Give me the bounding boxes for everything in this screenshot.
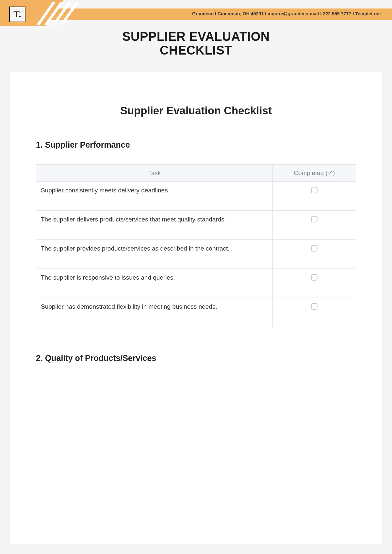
- main-title-line1: SUPPLIER EVALUATION: [122, 30, 270, 43]
- header-slash-icons: [42, 3, 74, 24]
- checkbox-cell: [273, 269, 356, 298]
- document-title: Supplier Evaluation Checklist: [36, 105, 356, 117]
- slash-icon: [66, 3, 74, 24]
- task-cell: Supplier consistently meets delivery dea…: [36, 182, 273, 211]
- checkbox-cell: [273, 240, 356, 269]
- table-row: The supplier provides products/services …: [36, 240, 356, 269]
- task-cell: The supplier provides products/services …: [36, 240, 273, 269]
- checkbox-icon[interactable]: [311, 274, 318, 281]
- task-cell: The supplier delivers products/services …: [36, 211, 273, 240]
- checkbox-cell: [273, 182, 356, 211]
- page-main-title: SUPPLIER EVALUATION CHECKLIST: [0, 30, 392, 57]
- section-heading-quality: 2. Quality of Products/Services: [36, 353, 356, 363]
- table-row: The supplier delivers products/services …: [36, 211, 356, 240]
- column-header-task: Task: [36, 165, 273, 182]
- checkbox-cell: [273, 211, 356, 240]
- section-heading-performance: 1. Supplier Performance: [36, 140, 356, 150]
- checkbox-icon[interactable]: [311, 303, 318, 310]
- column-header-completed: Completed (✓): [273, 165, 356, 182]
- brand-logo-text: T.: [13, 9, 21, 20]
- table-row: Supplier consistently meets delivery dea…: [36, 182, 356, 211]
- divider: [36, 340, 356, 340]
- task-cell: Supplier has demonstrated flexibility in…: [36, 298, 273, 327]
- checkbox-icon[interactable]: [311, 216, 318, 222]
- document-page: Supplier Evaluation Checklist 1. Supplie…: [10, 72, 382, 544]
- task-cell: The supplier is responsive to issues and…: [36, 269, 273, 298]
- checklist-table-performance: Task Completed (✓) Supplier consistently…: [36, 164, 356, 327]
- checkbox-cell: [273, 298, 356, 327]
- table-row: Supplier has demonstrated flexibility in…: [36, 298, 356, 327]
- main-title-line2: CHECKLIST: [160, 43, 232, 57]
- table-row: The supplier is responsive to issues and…: [36, 269, 356, 298]
- brand-logo: T.: [9, 7, 25, 22]
- checkbox-icon[interactable]: [311, 187, 318, 193]
- divider: [36, 127, 356, 127]
- checkbox-icon[interactable]: [311, 245, 318, 252]
- header-contact-line: Grandeco I Cincinnati, OH 45201 I inquir…: [192, 11, 381, 16]
